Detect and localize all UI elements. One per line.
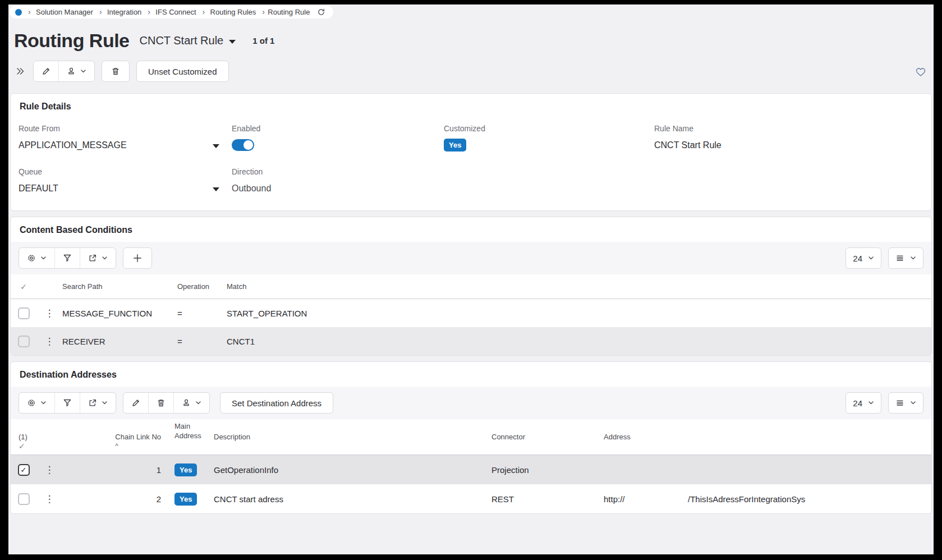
section-title-content-based-conditions: Content Based Conditions	[11, 217, 931, 242]
cbc-toolbar: 24	[11, 242, 931, 274]
title-row: Routing Rule CNCT Start Rule 1 of 1	[14, 30, 934, 52]
da-customize-menu-button[interactable]	[174, 393, 209, 413]
edit-button-group	[33, 61, 95, 82]
chain-link-no-cell: 1	[56, 465, 168, 475]
cbc-settings-button[interactable]	[19, 248, 55, 268]
rule-name-label: Rule Name	[654, 124, 922, 133]
da-table-body: ✓ ⋮ 1 Yes GetOperationInfo Projection ⋮ …	[11, 455, 931, 513]
stamp-icon	[67, 67, 76, 76]
da-edit-button[interactable]	[123, 393, 149, 413]
da-col-address[interactable]: Address	[597, 433, 931, 455]
cbc-layout-select[interactable]	[888, 247, 923, 269]
match-cell: CNCT1	[220, 337, 931, 346]
enabled-toggle[interactable]	[232, 139, 254, 151]
row-checkbox[interactable]	[18, 493, 30, 505]
da-settings-button[interactable]	[19, 393, 55, 413]
cbc-toolbar-right: 24	[845, 247, 923, 269]
toggle-knob	[243, 140, 253, 150]
search-path-cell: MESSAGE_FUNCTION	[56, 309, 171, 318]
da-select-all[interactable]: ✓	[19, 441, 25, 451]
cbc-col-operation[interactable]: Operation	[171, 282, 220, 291]
customize-menu-button[interactable]	[59, 61, 94, 81]
pencil-icon	[131, 398, 140, 407]
cbc-page-size-select[interactable]: 24	[845, 247, 881, 269]
set-destination-address-button[interactable]: Set Destination Address	[220, 392, 333, 414]
da-col-main-address[interactable]: Main Address	[168, 421, 207, 455]
trash-icon	[157, 398, 166, 407]
chevron-down-icon	[102, 256, 108, 260]
row-menu-kebab-icon[interactable]: ⋮	[36, 309, 56, 318]
pencil-icon	[42, 67, 50, 76]
cbc-add-row-button[interactable]	[123, 247, 152, 269]
edit-button[interactable]	[34, 61, 59, 81]
field-direction: Direction Outbound	[232, 167, 444, 194]
da-export-button[interactable]	[80, 393, 116, 413]
table-row[interactable]: ⋮ MESSAGE_FUNCTION = START_OPERATION	[11, 299, 931, 327]
cbc-export-button[interactable]	[80, 248, 116, 268]
cbc-filter-button[interactable]	[55, 248, 80, 268]
chevron-down-icon	[195, 401, 201, 405]
chevron-down-icon	[102, 401, 108, 405]
cbc-col-match[interactable]: Match	[220, 282, 931, 291]
da-col-connector[interactable]: Connector	[485, 433, 597, 455]
da-toolbar: Set Destination Address 24	[11, 387, 931, 419]
da-table-header: (1) ✓ Chain Link No ^ Main Address Descr…	[11, 419, 931, 455]
queue-select[interactable]: DEFAULT	[19, 183, 219, 194]
connector-cell: REST	[485, 494, 597, 504]
cbc-list-tools-group	[19, 247, 116, 269]
rule-details-fields: Route From APPLICATION_MESSAGE Enabled C…	[11, 118, 931, 210]
gear-icon	[27, 254, 36, 263]
record-count: 1 of 1	[252, 36, 274, 45]
favorite-heart-icon[interactable]	[915, 66, 927, 77]
cbc-col-search-path[interactable]: Search Path	[56, 282, 171, 291]
breadcrumb-item-integration[interactable]: Integration	[98, 8, 141, 16]
cbc-select-all[interactable]: ✓	[11, 282, 36, 291]
route-from-label: Route From	[19, 124, 232, 133]
plus-icon	[132, 253, 143, 263]
row-menu-kebab-icon[interactable]: ⋮	[36, 494, 56, 504]
expand-commands-button[interactable]	[12, 61, 29, 82]
da-page-size-select[interactable]: 24	[845, 392, 881, 414]
table-row[interactable]: ✓ ⋮ 1 Yes GetOperationInfo Projection	[11, 455, 931, 484]
trash-icon	[111, 67, 120, 76]
stamp-icon	[182, 398, 191, 407]
chevron-down-icon	[213, 187, 219, 191]
row-checkbox[interactable]	[18, 307, 30, 319]
route-from-select[interactable]: APPLICATION_MESSAGE	[19, 140, 219, 150]
row-checkbox[interactable]: ✓	[18, 464, 30, 476]
operation-cell: =	[171, 337, 220, 346]
destination-addresses-card: Destination Addresses	[10, 361, 932, 514]
unset-customized-button[interactable]: Unset Customized	[136, 61, 229, 82]
list-layout-icon	[895, 398, 904, 407]
search-path-cell: RECEIVER	[56, 337, 171, 346]
da-toolbar-right: 24	[845, 392, 923, 414]
da-delete-button[interactable]	[149, 393, 174, 413]
chevron-down-icon	[868, 401, 874, 405]
da-col-chain-link-no[interactable]: Chain Link No ^	[56, 433, 168, 455]
da-col-description[interactable]: Description	[207, 433, 485, 455]
row-menu-kebab-icon[interactable]: ⋮	[36, 465, 56, 475]
cbc-page-size-value: 24	[853, 254, 862, 263]
da-filter-button[interactable]	[55, 393, 80, 413]
breadcrumb-item-solution-manager[interactable]: Solution Manager	[27, 8, 93, 16]
app-dot-icon[interactable]	[15, 9, 22, 16]
refresh-icon[interactable]	[317, 8, 325, 16]
breadcrumb-item-routing-rules[interactable]: Routing Rules	[201, 8, 256, 16]
breadcrumb-item-routing-rule[interactable]: Routing Rule	[261, 8, 310, 16]
chevron-down-icon	[40, 401, 47, 405]
share-export-icon	[88, 254, 97, 263]
da-selection-header[interactable]: (1) ✓	[11, 433, 36, 455]
record-selector[interactable]: CNCT Start Rule	[140, 34, 236, 47]
row-checkbox[interactable]	[18, 336, 30, 347]
connector-cell: Projection	[485, 465, 597, 475]
delete-button[interactable]	[102, 61, 130, 82]
table-row[interactable]: ⋮ RECEIVER = CNCT1	[11, 327, 931, 355]
row-menu-kebab-icon[interactable]: ⋮	[36, 337, 56, 346]
da-layout-select[interactable]	[888, 392, 923, 414]
breadcrumb-item-ifs-connect[interactable]: IFS Connect	[146, 8, 196, 16]
chevron-down-icon	[910, 256, 916, 260]
table-row[interactable]: ⋮ 2 Yes CNCT start adress REST http:// /…	[11, 484, 931, 513]
main-address-badge: Yes	[174, 463, 197, 476]
list-layout-icon	[895, 254, 904, 263]
customized-badge: Yes	[444, 139, 466, 152]
